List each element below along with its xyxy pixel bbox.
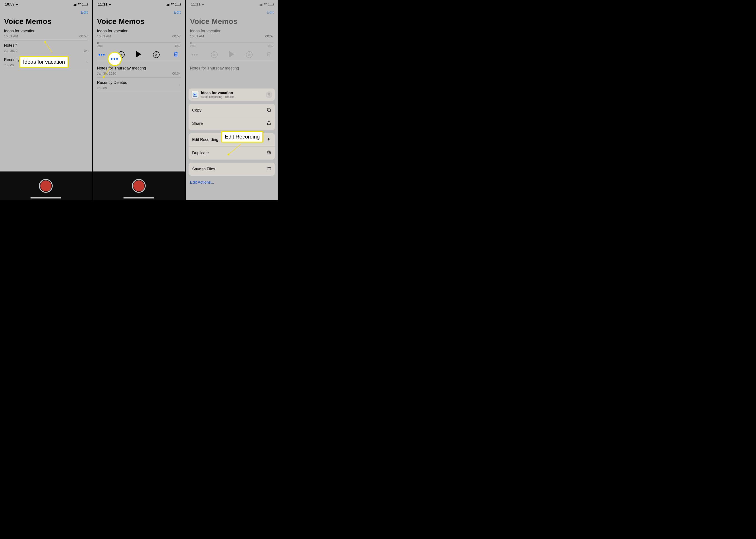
sheet-file-meta: Audio Recording · 185 KB xyxy=(201,95,263,99)
scrubber[interactable] xyxy=(97,42,181,43)
callout-label: Ideas for vacation xyxy=(20,56,68,68)
delete-button[interactable] xyxy=(171,51,180,58)
sheet-copy-button[interactable]: Copy xyxy=(189,104,275,117)
sheet-header: Ideas for vacation Audio Recording · 185… xyxy=(189,89,275,101)
memo-title: Notes for Thursday meeting xyxy=(190,66,274,71)
edit-actions-link[interactable]: Edit Actions... xyxy=(189,179,275,188)
memo-duration: 00:34 xyxy=(172,71,181,75)
memo-time: 10:51 AM xyxy=(190,34,204,38)
copy-icon xyxy=(267,107,271,113)
memo-row[interactable]: Notes for Thursday meeting Jan 30, 2020 … xyxy=(97,63,181,78)
scrubber xyxy=(190,42,274,43)
status-time: 11:11 xyxy=(98,2,107,7)
location-icon: ➤ xyxy=(16,3,18,6)
screen-3: 11:11 ➤ Edit Voice Memos Ideas for vacat… xyxy=(186,0,279,200)
record-button[interactable] xyxy=(39,179,53,193)
signal-icon xyxy=(166,3,170,6)
record-bar xyxy=(0,172,92,200)
wifi-icon xyxy=(77,2,81,7)
memo-row: Notes for Thursday meeting xyxy=(190,63,274,71)
signal-icon xyxy=(73,3,77,6)
page-title: Voice Memos xyxy=(0,16,92,28)
battery-icon xyxy=(268,3,274,6)
skip-forward-button[interactable]: 15 xyxy=(153,51,160,58)
edit-button[interactable]: Edit xyxy=(174,10,181,15)
player: 0:00 -0:57 ••• 15 15 xyxy=(190,38,274,61)
recently-deleted-count: 7 Files xyxy=(97,86,181,90)
memo-date: Jan 30, 2 xyxy=(4,49,18,52)
memo-title: Ideas for vacation xyxy=(97,29,181,34)
sheet-item-label: Share xyxy=(192,121,203,126)
location-icon: ➤ xyxy=(202,3,204,6)
edit-button[interactable]: Edit xyxy=(81,10,88,15)
skip-forward-button: 15 xyxy=(246,51,253,58)
status-bar: 11:11 ➤ xyxy=(93,0,185,9)
scrub-remain: -0:57 xyxy=(174,44,181,47)
screen-2: 11:11 ➤ Edit Voice Memos Ideas for vacat… xyxy=(93,0,186,200)
memo-time: 10:51 AM xyxy=(97,34,111,38)
scrub-remain: -0:57 xyxy=(267,44,274,47)
status-time: 10:59 xyxy=(5,2,14,7)
home-indicator xyxy=(123,197,154,198)
sheet-file-title: Ideas for vacation xyxy=(201,91,263,95)
more-options-button: ••• xyxy=(190,51,199,58)
scrub-pos: 0:00 xyxy=(97,44,103,47)
status-icons xyxy=(166,2,181,7)
memo-time: 10:51 AM xyxy=(4,34,18,38)
screen-1: 10:59 ➤ Edit Voice Memos Ideas for vacat… xyxy=(0,0,93,200)
wifi-icon xyxy=(263,2,267,7)
callout-label: Edit Recording xyxy=(221,131,263,142)
memo-duration: 00:57 xyxy=(79,34,88,38)
record-button[interactable] xyxy=(132,179,146,193)
play-button[interactable] xyxy=(136,51,141,58)
recently-deleted-row[interactable]: Recently Deleted 7 Files › xyxy=(97,78,181,92)
memo-duration: 00:57 xyxy=(265,34,274,38)
page-title: Voice Memos xyxy=(93,16,185,28)
memo-title: Ideas for vacation xyxy=(190,29,274,34)
memo-duration: 34 xyxy=(84,49,88,52)
sheet-item-label: Duplicate xyxy=(192,151,209,155)
action-sheet: Ideas for vacation Audio Recording · 185… xyxy=(186,89,278,200)
callout-circle: ••• xyxy=(108,52,122,66)
scrub-pos: 0:00 xyxy=(190,44,196,47)
more-options-button[interactable]: ••• xyxy=(97,51,106,58)
sheet-group-1: Copy Share xyxy=(189,104,275,130)
play-button xyxy=(229,51,234,58)
sheet-duplicate-button[interactable]: Duplicate xyxy=(189,146,275,160)
svg-rect-1 xyxy=(268,109,270,112)
more-dots-icon: ••• xyxy=(111,55,119,62)
signal-icon xyxy=(259,3,263,6)
sheet-share-button[interactable]: Share xyxy=(189,117,275,130)
chevron-right-icon: › xyxy=(86,60,88,64)
memo-row[interactable]: Notes f Jan 30, 2 34 xyxy=(4,40,88,55)
status-bar: 11:11 ➤ xyxy=(186,0,278,9)
location-icon: ➤ xyxy=(109,3,111,6)
close-button[interactable]: ✕ xyxy=(266,91,272,98)
share-icon xyxy=(267,120,271,126)
callout-anchor-dot xyxy=(227,154,229,155)
home-indicator xyxy=(30,197,61,198)
chevron-right-icon: › xyxy=(179,83,181,87)
sheet-item-label: Edit Recording xyxy=(192,137,218,142)
status-icons xyxy=(259,2,274,7)
battery-icon xyxy=(82,3,88,6)
waveform-icon xyxy=(267,137,271,143)
skip-back-button: 15 xyxy=(211,51,217,58)
status-bar: 10:59 ➤ xyxy=(0,0,92,9)
status-icons xyxy=(73,2,88,7)
delete-button xyxy=(264,51,273,58)
record-bar xyxy=(93,172,185,200)
sheet-save-files-button[interactable]: Save to Files xyxy=(189,163,275,176)
audio-file-icon xyxy=(191,91,199,99)
wifi-icon xyxy=(170,2,174,7)
page-title: Voice Memos xyxy=(186,16,278,28)
edit-button: Edit xyxy=(267,10,274,15)
sheet-item-label: Copy xyxy=(192,108,202,113)
memo-row[interactable]: Ideas for vacation 10:51 AM 00:57 xyxy=(4,28,88,40)
sheet-group-3: Save to Files xyxy=(189,163,275,176)
memo-duration: 00:57 xyxy=(172,34,181,38)
memo-title: Ideas for vacation xyxy=(4,29,88,34)
recently-deleted-title: Recently Deleted xyxy=(97,80,181,85)
folder-icon xyxy=(267,166,271,172)
battery-icon xyxy=(175,3,181,6)
